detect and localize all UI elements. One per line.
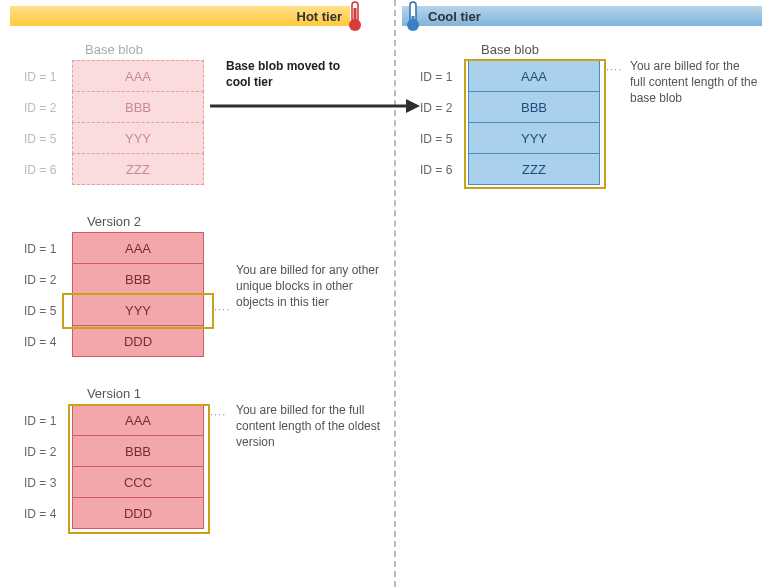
callout-dots: ···· [214,303,230,315]
annotation-cool: You are billed for the full content leng… [630,58,758,107]
table-row: ID = 2BBB [24,264,204,295]
hot-version1-table: Version 1 ID = 1AAA ID = 2BBB ID = 3CCC … [24,386,204,529]
thermometer-hot-icon [346,0,364,32]
block-cell: BBB [72,435,204,467]
svg-rect-2 [354,8,357,23]
id-cell: ID = 5 [420,123,468,154]
id-cell: ID = 1 [420,61,468,92]
hot-base-blob-table: Base blob ID = 1AAA ID = 2BBB ID = 5YYY … [24,42,204,185]
table-row: ID = 2BBB [420,92,600,123]
annotation-v2: You are billed for any other unique bloc… [236,262,386,311]
id-cell: ID = 2 [24,436,72,467]
cool-tier-header: Cool tier [402,6,762,26]
block-cell: AAA [72,404,204,436]
cool-tier-label: Cool tier [428,9,481,24]
block-cell: CCC [72,466,204,498]
table-row: ID = 2BBB [24,436,204,467]
table-row: ID = 5YYY [420,123,600,154]
table-row: ID = 6ZZZ [420,154,600,185]
table-row: ID = 2BBB [24,92,204,123]
hot-tier-label: Hot tier [297,9,343,24]
table-row: ID = 1AAA [24,405,204,436]
block-cell: DDD [72,325,204,357]
callout-dots: ···· [606,63,622,75]
arrow-icon [210,96,420,116]
block-cell: AAA [468,60,600,92]
svg-marker-7 [406,99,420,113]
move-label: Base blob moved to cool tier [226,58,366,90]
block-cell: BBB [468,91,600,123]
table-row: ID = 1AAA [24,233,204,264]
hot-version2-table: Version 2 ID = 1AAA ID = 2BBB ID = 5YYY … [24,214,204,357]
block-cell: YYY [72,294,204,326]
id-cell: ID = 3 [24,467,72,498]
table-title: Base blob [24,42,204,57]
id-cell: ID = 2 [24,92,72,123]
id-cell: ID = 1 [24,61,72,92]
annotation-v1: You are billed for the full content leng… [236,402,386,451]
id-cell: ID = 6 [24,154,72,185]
table-row: ID = 6ZZZ [24,154,204,185]
table-row: ID = 4DDD [24,498,204,529]
cool-base-blob-table: Base blob ID = 1AAA ID = 2BBB ID = 5YYY … [420,42,600,185]
id-cell: ID = 4 [24,326,72,357]
table-row: ID = 4DDD [24,326,204,357]
diagram-stage: Hot tier Cool tier Base blob ID = 1AAA I… [0,0,762,587]
table-title: Version 1 [24,386,204,401]
table-title: Version 2 [24,214,204,229]
block-cell: ZZZ [468,153,600,185]
table-title: Base blob [420,42,600,57]
block-cell: AAA [72,232,204,264]
id-cell: ID = 5 [24,295,72,326]
table-row: ID = 5YYY [24,123,204,154]
block-cell: BBB [72,263,204,295]
block-cell: BBB [72,91,204,123]
table-row: ID = 1AAA [420,61,600,92]
block-cell: DDD [72,497,204,529]
id-cell: ID = 4 [24,498,72,529]
table-row: ID = 3CCC [24,467,204,498]
block-cell: AAA [72,60,204,92]
id-cell: ID = 5 [24,123,72,154]
id-cell: ID = 2 [24,264,72,295]
id-cell: ID = 1 [24,405,72,436]
callout-dots: ···· [210,408,226,420]
id-cell: ID = 2 [420,92,468,123]
table-row: ID = 5YYY [24,295,204,326]
table-row: ID = 1AAA [24,61,204,92]
block-cell: YYY [72,122,204,154]
id-cell: ID = 1 [24,233,72,264]
id-cell: ID = 6 [420,154,468,185]
thermometer-cool-icon [404,0,422,32]
block-cell: YYY [468,122,600,154]
hot-tier-header: Hot tier [10,6,350,26]
tier-divider [394,0,396,587]
block-cell: ZZZ [72,153,204,185]
svg-rect-5 [412,16,415,24]
